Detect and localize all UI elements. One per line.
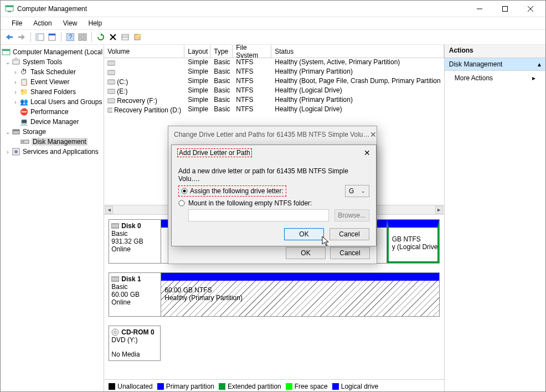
refresh-button[interactable] [95, 32, 106, 43]
tree-panel: Computer Management (Local ⌄ System Tool… [1, 45, 104, 392]
expand-icon[interactable]: › [4, 149, 12, 155]
svg-rect-40 [107, 108, 112, 112]
svg-rect-2 [8, 11, 11, 12]
svg-rect-15 [79, 34, 82, 37]
cdrom-strip[interactable]: CD-ROM 0 DVD (Y:) No Media [109, 326, 439, 361]
svg-rect-17 [79, 38, 82, 40]
settings-button[interactable] [77, 32, 88, 43]
actions-header: Actions [445, 45, 545, 58]
svg-rect-8 [18, 37, 22, 38]
show-hide-tree-button[interactable] [34, 32, 45, 43]
list-button[interactable] [120, 32, 131, 43]
svg-rect-28 [13, 60, 19, 64]
menu-action[interactable]: Action [28, 18, 57, 28]
collapse-icon[interactable]: ⌄ [4, 129, 12, 135]
table-row[interactable]: SimpleBasicNTFSHealthy (Primary Partitio… [104, 68, 444, 77]
toolbar: ? [1, 29, 545, 45]
tree-task-scheduler[interactable]: ›⏱Task Scheduler [2, 67, 102, 77]
svg-rect-32 [22, 141, 24, 142]
disk1-strip[interactable]: Disk 1 Basic 60.00 GB Online 60.00 GB NT… [109, 272, 439, 317]
dialog1-close-icon[interactable]: ✕ [370, 130, 377, 139]
collapse-icon: ▴ [538, 60, 541, 68]
table-row[interactable]: Recovery (F:)SimpleBasicNTFSHealthy (Pri… [104, 96, 444, 105]
svg-point-44 [114, 331, 116, 333]
dialog1-ok-button[interactable]: OK [286, 247, 326, 259]
svg-rect-16 [83, 34, 86, 37]
menu-view[interactable]: View [58, 18, 83, 28]
radio-assign-letter[interactable] [181, 188, 188, 194]
wizard-button[interactable] [132, 32, 143, 43]
tree-services[interactable]: › Services and Applications [2, 147, 102, 157]
svg-point-46 [183, 190, 186, 193]
dialog2-close-icon[interactable]: ✕ [364, 148, 370, 157]
maximize-button[interactable] [492, 1, 518, 17]
svg-rect-18 [83, 38, 86, 40]
col-type[interactable]: Type [210, 45, 233, 58]
scroll-left-icon[interactable]: ◄ [105, 206, 113, 214]
radio-mount-folder[interactable] [178, 200, 185, 207]
help-button[interactable]: ? [65, 32, 76, 43]
tree-system-tools[interactable]: ⌄ System Tools [2, 57, 102, 67]
tree-local-users-and-groups[interactable]: ›👥Local Users and Groups [2, 97, 102, 107]
svg-rect-7 [9, 37, 13, 38]
svg-rect-1 [6, 6, 13, 7]
arrow-right-icon: ▸ [532, 74, 535, 82]
svg-rect-41 [111, 224, 119, 228]
tree-performance[interactable]: ⛔Performance [2, 107, 102, 117]
actions-panel: Actions Disk Management ▴ More Actions ▸ [445, 45, 545, 392]
svg-point-34 [14, 150, 18, 153]
menu-file[interactable]: File [6, 18, 28, 28]
tree-disk-management[interactable]: Disk Management [2, 137, 102, 147]
drive-letter-select[interactable]: G ⌄ [345, 185, 369, 197]
add-drive-letter-dialog: Add Drive Letter or Path ✕ Add a new dri… [171, 145, 377, 246]
legend: Unallocated Primary partition Extended p… [104, 379, 444, 392]
delete-button[interactable] [107, 32, 119, 43]
svg-point-47 [179, 200, 184, 206]
dialog1-cancel-button[interactable]: Cancel [330, 247, 370, 259]
tree-shared-folders[interactable]: ›📁Shared Folders [2, 87, 102, 97]
back-button[interactable] [4, 32, 15, 43]
svg-rect-35 [107, 61, 115, 65]
app-icon [5, 4, 14, 13]
actions-more[interactable]: More Actions ▸ [445, 71, 545, 85]
menu-help[interactable]: Help [83, 18, 108, 28]
svg-rect-27 [2, 49, 10, 51]
svg-rect-10 [36, 34, 39, 40]
svg-rect-39 [107, 99, 115, 103]
svg-point-25 [138, 34, 140, 37]
tree-root[interactable]: Computer Management (Local [2, 47, 102, 57]
table-row[interactable]: SimpleBasicNTFSHealthy (System, Active, … [104, 58, 444, 68]
svg-rect-36 [107, 70, 115, 75]
col-filesystem[interactable]: File System [233, 45, 271, 58]
col-status[interactable]: Status [271, 45, 444, 58]
dialog2-desc: Add a new drive letter or path for 61435… [178, 167, 369, 183]
svg-rect-38 [107, 89, 115, 94]
scroll-right-icon[interactable]: ► [435, 206, 443, 214]
table-row[interactable]: (C:)SimpleBasicNTFSHealthy (Boot, Page F… [104, 77, 444, 86]
browse-button: Browse... [334, 209, 369, 221]
col-layout[interactable]: Layout [184, 45, 210, 58]
dialog1-title: Change Drive Letter and Paths for 61435 … [174, 131, 370, 138]
chevron-down-icon: ⌄ [361, 188, 365, 194]
properties-button[interactable] [47, 32, 58, 43]
minimize-button[interactable] [467, 1, 492, 17]
actions-disk-mgmt[interactable]: Disk Management ▴ [445, 58, 545, 71]
dialog2-cancel-button[interactable]: Cancel [329, 228, 369, 240]
table-row[interactable]: (E:)SimpleBasicNTFSHealthy (Logical Driv… [104, 86, 444, 96]
svg-rect-42 [111, 277, 119, 281]
col-volume[interactable]: Volume [104, 45, 184, 58]
table-row[interactable]: Recovery Partition (D:)SimpleBasicNTFSHe… [104, 105, 444, 115]
forward-button[interactable] [16, 32, 27, 43]
svg-text:?: ? [69, 33, 73, 41]
tree-device-manager[interactable]: 💻Device Manager [2, 117, 102, 127]
svg-rect-12 [49, 34, 55, 35]
svg-rect-4 [503, 6, 508, 11]
collapse-icon[interactable]: ⌄ [4, 59, 12, 65]
close-button[interactable] [518, 1, 543, 17]
menubar: File Action View Help [1, 17, 545, 29]
mount-folder-input [188, 209, 329, 221]
dialog2-ok-button[interactable]: OK [284, 228, 324, 240]
svg-rect-21 [122, 34, 128, 40]
tree-storage[interactable]: ⌄ Storage [2, 127, 102, 137]
tree-event-viewer[interactable]: ›📋Event Viewer [2, 77, 102, 87]
